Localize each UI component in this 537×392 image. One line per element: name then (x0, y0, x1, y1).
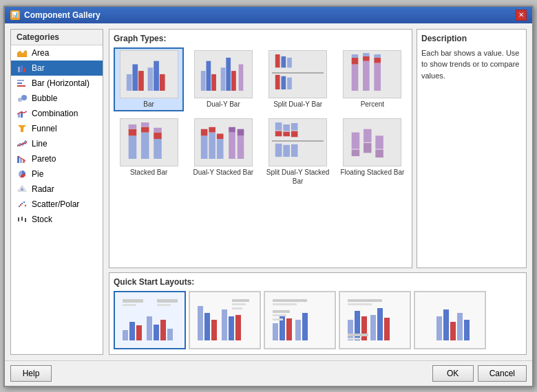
svg-rect-54 (352, 54, 359, 58)
svg-rect-110 (222, 309, 227, 340)
svg-rect-32 (126, 74, 131, 90)
graph-item-dual-y-stacked-bar[interactable]: Dual-Y Stacked Bar (188, 116, 258, 188)
cancel-button[interactable]: Cancel (478, 365, 527, 382)
description-panel: Description Each bar shows a value. Use … (417, 29, 527, 268)
svg-rect-2 (21, 65, 23, 72)
sidebar-item-bar[interactable]: Bar (11, 61, 103, 76)
graph-item-bar[interactable]: Bar (114, 47, 184, 111)
svg-rect-83 (283, 131, 290, 136)
quick-start-grid (114, 291, 522, 349)
content-area: Categories Area Bar (5, 23, 532, 360)
split-dual-y-bar-thumb (268, 50, 327, 98)
title-bar: 📊 Component Gallery ✕ (5, 7, 532, 23)
graph-item-stacked-bar[interactable]: Stacked Bar (114, 116, 184, 188)
quick-layout-1[interactable] (114, 291, 186, 349)
svg-rect-131 (370, 315, 376, 340)
svg-rect-46 (282, 56, 286, 67)
help-button[interactable]: Help (10, 365, 52, 382)
svg-rect-84 (291, 123, 298, 131)
svg-rect-44 (238, 64, 243, 90)
svg-rect-139 (457, 313, 463, 340)
dual-y-bar-label: Dual-Y Bar (207, 100, 240, 109)
svg-rect-81 (275, 131, 282, 136)
sidebar-item-funnel[interactable]: Funnel (11, 121, 103, 136)
sidebar-item-bubble[interactable]: Bubble (11, 91, 103, 106)
graph-item-split-dual-y-bar[interactable]: Split Dual-Y Bar (263, 47, 333, 111)
svg-rect-64 (141, 132, 149, 158)
quick-layout-3[interactable] (264, 291, 336, 349)
svg-rect-111 (229, 316, 234, 340)
svg-rect-82 (283, 124, 290, 131)
svg-rect-85 (291, 131, 298, 137)
svg-rect-126 (348, 299, 382, 302)
svg-rect-1 (18, 67, 20, 72)
svg-rect-97 (129, 322, 135, 340)
graph-item-percent[interactable]: Percent (337, 47, 408, 111)
radar-label: Radar (32, 184, 54, 194)
quick-layout-5[interactable] (414, 291, 486, 349)
svg-rect-109 (211, 320, 217, 340)
svg-rect-42 (226, 57, 231, 90)
svg-rect-95 (376, 149, 384, 157)
line-label: Line (32, 139, 48, 149)
svg-rect-114 (232, 303, 246, 305)
svg-rect-92 (364, 129, 372, 142)
graph-item-dual-y-bar[interactable]: Dual-Y Bar (188, 47, 258, 111)
sidebar-item-line[interactable]: Line (11, 136, 103, 151)
stock-label: Stock (32, 215, 52, 224)
title-bar-left: 📊 Component Gallery (10, 10, 101, 20)
svg-rect-59 (375, 57, 381, 63)
split-dual-y-stacked-bar-label: Split Dual-Y Stacked Bar (266, 168, 330, 186)
svg-rect-34 (138, 71, 144, 91)
graph-item-floating-stacked-bar[interactable]: Floating Stacked Bar (337, 116, 408, 188)
svg-rect-104 (123, 304, 136, 306)
sidebar-item-bar-h[interactable]: Bar (Horizontal) (11, 76, 103, 91)
svg-rect-113 (232, 299, 249, 302)
sidebar-item-pie[interactable]: Pie (11, 166, 103, 182)
ok-button[interactable]: OK (432, 365, 474, 382)
sidebar-item-pareto[interactable]: Pareto (11, 151, 103, 166)
sidebar-item-scatter[interactable]: Scatter/Polar (11, 197, 103, 212)
svg-point-19 (21, 202, 23, 204)
svg-rect-112 (235, 315, 241, 340)
floating-stacked-bar-thumb (343, 118, 401, 166)
quick-start-panel: Quick Start Layouts: (109, 272, 527, 355)
sidebar-item-radar[interactable]: Radar (11, 182, 103, 197)
svg-rect-122 (302, 313, 308, 340)
svg-rect-134 (348, 334, 368, 336)
svg-rect-52 (352, 64, 359, 90)
svg-rect-38 (201, 71, 206, 91)
dual-y-bar-thumb (194, 50, 253, 98)
description-text: Each bar shows a value. Use to show tren… (421, 47, 522, 82)
svg-rect-58 (375, 63, 381, 90)
sidebar-item-stock[interactable]: Stock (11, 212, 103, 227)
scatter-label: Scatter/Polar (32, 199, 79, 209)
svg-rect-4 (17, 80, 24, 81)
svg-rect-115 (232, 307, 242, 309)
svg-rect-74 (217, 139, 224, 159)
svg-rect-49 (275, 74, 280, 89)
quick-layout-4[interactable] (339, 291, 411, 349)
graph-item-split-dual-y-stacked-bar[interactable]: Split Dual-Y Stacked Bar (263, 116, 333, 188)
svg-rect-80 (275, 122, 282, 131)
bar-icon (17, 63, 28, 74)
stacked-bar-thumb (120, 118, 178, 166)
svg-rect-135 (348, 338, 361, 340)
svg-rect-89 (291, 144, 298, 156)
svg-rect-70 (201, 135, 208, 159)
svg-rect-33 (132, 64, 138, 90)
split-dual-y-stacked-bar-thumb (268, 118, 327, 166)
close-button[interactable]: ✕ (516, 10, 527, 21)
sidebar-item-combination[interactable]: Combination (11, 106, 103, 121)
svg-rect-39 (206, 61, 211, 90)
bar-h-label: Bar (Horizontal) (32, 78, 90, 88)
quick-layout-2[interactable] (189, 291, 261, 349)
sidebar-item-area[interactable]: Area (11, 45, 103, 61)
svg-rect-60 (375, 54, 381, 58)
svg-rect-45 (275, 54, 280, 67)
svg-rect-137 (443, 309, 449, 340)
svg-rect-123 (273, 310, 290, 313)
svg-rect-47 (287, 57, 292, 67)
svg-rect-130 (361, 316, 367, 340)
svg-rect-77 (229, 127, 235, 132)
